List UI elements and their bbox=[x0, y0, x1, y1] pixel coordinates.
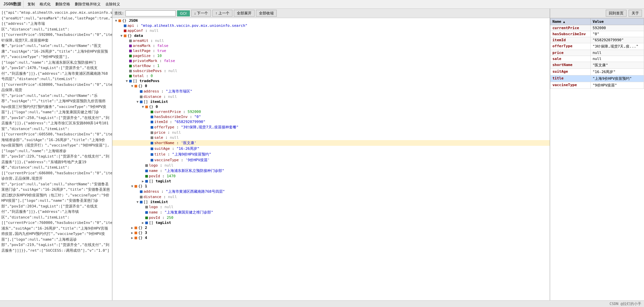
prop-row-offerType[interactable]: offerType"3针保障,现货7天,疫..." bbox=[550, 43, 644, 50]
tree-icon-data bbox=[124, 35, 126, 37]
prop-value-title: "上海9价HPV疫苗预约" bbox=[590, 75, 644, 82]
tree-node-privatemark[interactable]: privateMark : false bbox=[112, 58, 550, 63]
tree-node-tp0_offertype[interactable]: offerType : "3针保障,现货7天,疫苗接种套餐" bbox=[112, 124, 550, 130]
btn-remove-space-escape[interactable]: 删除空格并转义 bbox=[73, 1, 103, 7]
tree-icon-pagesize bbox=[129, 55, 132, 57]
tree-node-tp0_name[interactable]: name : "上海浦东新区私立预防接种门诊部" bbox=[112, 168, 550, 174]
tree-node-tp0_taglist[interactable]: ▶[] tagList bbox=[112, 179, 550, 184]
tree-label-tp1_distance: distance : null bbox=[144, 195, 177, 199]
tree-icon-total bbox=[129, 75, 132, 77]
tree-node-tp0_title[interactable]: title : "上海9价HPV疫苗预约" bbox=[112, 151, 550, 157]
tree-label-areamark: areaMark : false bbox=[133, 44, 168, 48]
properties-content: Name Value currentPrice592000hasSubscrib… bbox=[550, 18, 644, 300]
tree-icon-tp1_distance bbox=[140, 196, 143, 198]
tree-node-startrow[interactable]: startRow : 1 bbox=[112, 63, 550, 68]
tree-icon-tp0_distance bbox=[140, 96, 143, 98]
tree-node-areahit[interactable]: areaHit : null bbox=[112, 38, 550, 43]
tree-node-tp3[interactable]: ▶{} 3 bbox=[112, 230, 550, 235]
tree-toggle-tradepovs[interactable]: ▼ bbox=[124, 79, 129, 83]
tree-node-tp2[interactable]: ▶{} 2 bbox=[112, 225, 550, 230]
tree-node-tradepovs[interactable]: ▼[] tradePovs bbox=[112, 78, 550, 83]
tree-node-tp1_address[interactable]: address : "上海市黄浦区西藏南路768号四层" bbox=[112, 189, 550, 194]
tree-node-tp0_itemlist[interactable]: ▼[] itemList bbox=[112, 99, 550, 104]
tree-node-appconf[interactable]: appConf : null bbox=[112, 28, 550, 33]
tree-node-api[interactable]: api : "mtop.alihealth.vaccin.pov.mix.uni… bbox=[112, 23, 550, 28]
btn-copy[interactable]: 复制 bbox=[25, 1, 37, 7]
prop-row-shortName[interactable]: shortName"医文康" bbox=[550, 62, 644, 69]
prop-row-vaccineType[interactable]: vaccineType"9价HPV疫苗" bbox=[550, 82, 644, 89]
tree-node-areamark[interactable]: areaMark : false bbox=[112, 43, 550, 48]
tree-node-tp1_name[interactable]: name : "上海复康国宾健之维门诊部" bbox=[112, 209, 550, 215]
prop-row-title[interactable]: title"上海9价HPV疫苗预约" bbox=[550, 75, 644, 82]
btn-next[interactable]: ↓ 下一个 bbox=[191, 10, 211, 17]
tree-node-total[interactable]: total : 0 bbox=[112, 73, 550, 78]
tree-toggle-tp0_itemlist[interactable]: ▼ bbox=[135, 100, 140, 104]
btn-collapse-all[interactable]: 全部收缩 bbox=[256, 10, 277, 17]
prop-row-currentPrice[interactable]: currentPrice592000 bbox=[550, 25, 644, 31]
prop-row-sale[interactable]: salenull bbox=[550, 56, 644, 62]
tree-node-tp1[interactable]: ▼{} 1 bbox=[112, 184, 550, 189]
tree-node-tp0_itemid[interactable]: itemId : "658292079990" bbox=[112, 119, 550, 124]
tree-node-tp1_logo[interactable]: logo : null bbox=[112, 204, 550, 209]
prop-name-price: price bbox=[550, 50, 591, 56]
tree-icon-areamark bbox=[129, 45, 132, 47]
btn-prev[interactable]: ↑ 上一个 bbox=[212, 10, 232, 17]
tree-node-tp0_suitage[interactable]: suitAge : "16-26周岁" bbox=[112, 146, 550, 151]
tree-label-privatemark: privateMark : false bbox=[133, 59, 175, 63]
tree-node-tp0_shortname[interactable]: shortName : '医文康' bbox=[112, 140, 550, 146]
prop-row-hasSubscribeInv[interactable]: hasSubscribeInv"0" bbox=[550, 31, 644, 37]
prop-row-suitAge[interactable]: suitAge"16-26周岁" bbox=[550, 69, 644, 75]
btn-unescape[interactable]: 去除转义 bbox=[103, 1, 122, 7]
tree-node-root[interactable]: ▼{} JSON bbox=[112, 18, 550, 23]
tree-toggle-tp1[interactable]: ▼ bbox=[130, 184, 135, 188]
tree-node-tp0_il0[interactable]: ▼{} 0 bbox=[112, 104, 550, 109]
tree-node-tp0_hsi[interactable]: hasSubscribeInv : "0" bbox=[112, 114, 550, 119]
tree-label-tp0_cp: currentPrice : 592000 bbox=[154, 110, 201, 114]
col-name-header[interactable]: Name bbox=[550, 18, 591, 25]
tree-toggle-tp1_taglist[interactable]: ▶ bbox=[141, 221, 145, 225]
prop-value-shortName: "医文康" bbox=[590, 62, 644, 69]
btn-about[interactable]: 关于 bbox=[629, 10, 642, 17]
tree-toggle-tp0_il0[interactable]: ▼ bbox=[141, 105, 145, 109]
tree-node-tp1_itemlist[interactable]: ▼[] itemList bbox=[112, 199, 550, 204]
btn-home[interactable]: 回到首页 bbox=[606, 10, 627, 17]
tree-node-tp0_price[interactable]: price : null bbox=[112, 130, 550, 135]
tree-toggle-tp1_itemlist[interactable]: ▼ bbox=[135, 200, 140, 204]
btn-format[interactable]: 格式化 bbox=[38, 1, 53, 7]
status-text: CSDN @拉灯的小手 bbox=[609, 301, 641, 306]
tree-node-tp1_taglist[interactable]: ▶[] tagList bbox=[112, 220, 550, 225]
mid-toolbar: 查找: GO! ↓ 下一个 ↑ 上一个 全部展开 全部收缩 bbox=[112, 9, 550, 18]
tree-node-tp0_povid[interactable]: povId : 1470 bbox=[112, 174, 550, 179]
tree-node-subscribepovs[interactable]: subscribePovs : null bbox=[112, 68, 550, 73]
tree-toggle-data[interactable]: ▼ bbox=[119, 34, 124, 38]
btn-remove-space[interactable]: 删除空格 bbox=[53, 1, 72, 7]
tree-node-tp4[interactable]: ▶{} 4 bbox=[112, 235, 550, 240]
tree-node-tp0_sale[interactable]: sale : null bbox=[112, 135, 550, 140]
tree-node-lastpage[interactable]: lastPage : true bbox=[112, 48, 550, 53]
btn-go[interactable]: GO! bbox=[177, 10, 190, 16]
tree-node-tp0_cp[interactable]: currentPrice : 592000 bbox=[112, 109, 550, 114]
tree-toggle-tp4[interactable]: ▶ bbox=[130, 236, 135, 240]
tree-toggle-root[interactable]: ▼ bbox=[114, 19, 118, 22]
tree-toggle-tp0_taglist[interactable]: ▶ bbox=[141, 179, 145, 183]
col-value-header[interactable]: Value bbox=[590, 18, 644, 25]
tree-toggle-tp0[interactable]: ▼ bbox=[130, 84, 135, 88]
tree-node-pagesize[interactable]: pageSize : 10 bbox=[112, 53, 550, 58]
tree-node-tp1_povid[interactable]: povId : 250 bbox=[112, 215, 550, 220]
tree-node-tp0_address[interactable]: address : "上海市市瑞区" bbox=[112, 88, 550, 94]
tree-toggle-tp2[interactable]: ▶ bbox=[130, 226, 135, 230]
prop-row-price[interactable]: pricenull bbox=[550, 50, 644, 56]
tree-node-tp0_logo[interactable]: logo : null bbox=[112, 163, 550, 168]
tree-node-data[interactable]: ▼{} data bbox=[112, 33, 550, 38]
tree-node-tp0_distance[interactable]: distance : null bbox=[112, 94, 550, 99]
tree-toggle-tp3[interactable]: ▶ bbox=[130, 231, 135, 235]
search-input[interactable] bbox=[125, 10, 176, 16]
tree-node-tp0[interactable]: ▼{} 0 bbox=[112, 83, 550, 88]
tree-view[interactable]: ▼{} JSON api : "mtop.alihealth.vaccin.po… bbox=[112, 18, 550, 300]
tree-node-tp0_vt[interactable]: vaccineType : '9价HPV疫苗' bbox=[112, 157, 550, 163]
tree-node-tp1_distance[interactable]: distance : null bbox=[112, 194, 550, 199]
prop-row-itemId[interactable]: itemId"658292079990" bbox=[550, 37, 644, 43]
json-raw-content[interactable]: [{"api":"mtop.alihealth.vaccin.pov.mix.u… bbox=[0, 9, 112, 300]
tree-icon-areahit bbox=[129, 40, 132, 42]
btn-expand-all[interactable]: 全部展开 bbox=[234, 10, 255, 17]
